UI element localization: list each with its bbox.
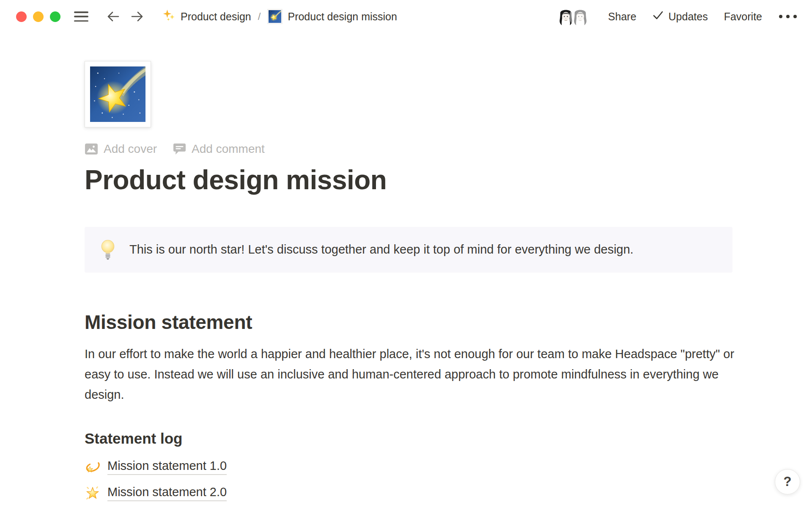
- checkmark-icon: [653, 10, 664, 23]
- page-title[interactable]: Product design mission: [85, 164, 736, 196]
- page-icon-shooting-star[interactable]: [85, 61, 151, 127]
- back-arrow-icon[interactable]: [105, 8, 121, 25]
- dizzy-icon: [85, 459, 101, 475]
- sidebar-menu-icon[interactable]: [74, 11, 88, 22]
- favorite-button[interactable]: Favorite: [724, 11, 762, 23]
- breadcrumb-label: Product design: [181, 11, 251, 23]
- comment-icon: [173, 143, 186, 155]
- add-comment-button[interactable]: Add comment: [173, 142, 265, 156]
- breadcrumb-separator: /: [258, 11, 261, 22]
- mission-statement-1-link[interactable]: Mission statement 1.0: [107, 459, 227, 475]
- page-content: Add cover Add comment Product design mis…: [0, 33, 736, 503]
- list-item: Mission statement 2.0: [85, 483, 736, 503]
- statement-log-links: Mission statement 1.0 Mission statement …: [85, 457, 736, 503]
- callout-text: This is our north star! Let's discuss to…: [129, 240, 634, 259]
- favorite-button-label: Favorite: [724, 11, 762, 23]
- breadcrumb-item-product-design-mission[interactable]: Product design mission: [265, 7, 399, 26]
- help-button[interactable]: ?: [775, 469, 800, 494]
- updates-button[interactable]: Updates: [653, 10, 708, 23]
- sparkles-icon: [162, 8, 176, 25]
- collaborator-avatar-inactive[interactable]: [570, 6, 590, 27]
- share-button[interactable]: Share: [608, 11, 636, 23]
- list-item: Mission statement 1.0: [85, 457, 736, 477]
- topbar: Product design / Product design mission: [0, 0, 812, 33]
- minimize-window-button[interactable]: [33, 11, 44, 22]
- updates-button-label: Updates: [669, 11, 708, 23]
- more-options-icon[interactable]: [778, 12, 798, 21]
- close-window-button[interactable]: [16, 11, 27, 22]
- shooting-star-thumbnail-icon: [267, 9, 283, 24]
- callout-block[interactable]: This is our north star! Let's discuss to…: [85, 227, 732, 273]
- lightbulb-icon: [99, 240, 117, 260]
- mission-statement-2-link[interactable]: Mission statement 2.0: [107, 485, 227, 501]
- glowing-star-icon: [85, 485, 101, 501]
- forward-arrow-icon[interactable]: [129, 8, 145, 25]
- collaborator-avatars: [556, 6, 590, 27]
- statement-log-heading[interactable]: Statement log: [85, 430, 736, 447]
- notion-window: Product design / Product design mission: [0, 0, 812, 508]
- topbar-actions: Share Updates Favorite: [556, 6, 798, 27]
- page-meta-actions: Add cover Add comment: [85, 141, 736, 157]
- breadcrumb-item-product-design[interactable]: Product design: [159, 7, 254, 26]
- window-controls: [16, 11, 60, 22]
- share-button-label: Share: [608, 11, 636, 23]
- mission-statement-paragraph[interactable]: In our effort to make the world a happie…: [85, 344, 738, 405]
- help-button-label: ?: [784, 474, 792, 489]
- breadcrumb-label: Product design mission: [288, 11, 397, 23]
- picture-icon: [85, 143, 98, 155]
- add-comment-label: Add comment: [192, 142, 265, 156]
- add-cover-button[interactable]: Add cover: [85, 142, 157, 156]
- mission-statement-heading[interactable]: Mission statement: [85, 311, 736, 334]
- add-cover-label: Add cover: [104, 142, 157, 156]
- breadcrumb: Product design / Product design mission: [159, 7, 400, 26]
- zoom-window-button[interactable]: [50, 11, 60, 22]
